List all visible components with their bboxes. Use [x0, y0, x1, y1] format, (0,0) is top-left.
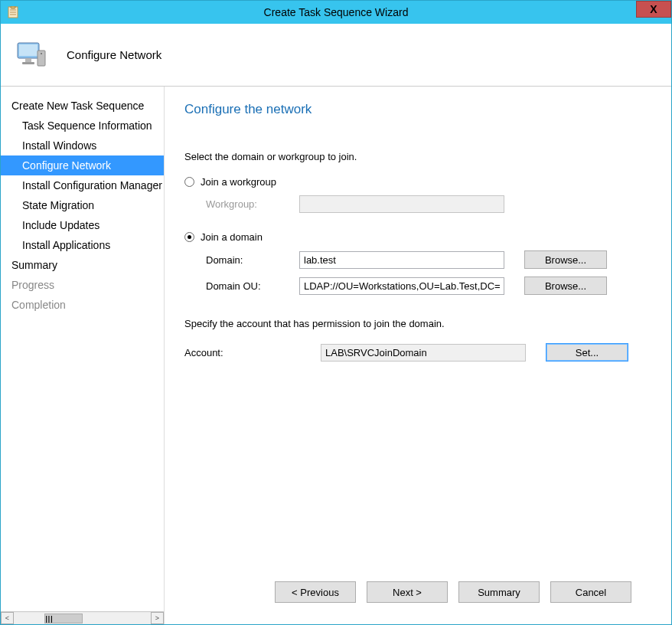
set-account-button[interactable]: Set... [546, 343, 628, 362]
close-button[interactable]: X [636, 1, 671, 18]
sidebar: Create New Task SequenceTask Sequence In… [1, 87, 165, 624]
sidebar-item-create-new-task-sequence[interactable]: Create New Task Sequence [1, 96, 164, 116]
domain-input[interactable] [299, 251, 504, 269]
browse-domain-button[interactable]: Browse... [524, 250, 607, 269]
clipboard-icon [7, 6, 19, 18]
workgroup-input [299, 195, 504, 213]
scroll-track[interactable]: III [14, 612, 151, 624]
sidebar-item-install-applications[interactable]: Install Applications [1, 235, 164, 255]
label-workgroup: Workgroup: [184, 198, 299, 210]
sidebar-item-install-windows[interactable]: Install Windows [1, 136, 164, 155]
monitor-icon [15, 37, 51, 74]
label-account: Account: [184, 347, 321, 358]
page-title: Configure Network [67, 48, 161, 61]
header-banner: Configure Network [1, 24, 671, 87]
sidebar-horizontal-scrollbar[interactable]: < III > [1, 611, 164, 624]
sidebar-item-configure-network[interactable]: Configure Network [1, 155, 164, 175]
svg-rect-1 [11, 6, 15, 8]
browse-ou-button[interactable]: Browse... [524, 277, 607, 295]
footer-buttons: < Previous Next > Summary Cancel [184, 571, 651, 617]
radio-icon [184, 177, 194, 187]
sidebar-item-install-configuration-manager[interactable]: Install Configuration Manager [1, 175, 164, 195]
cancel-button[interactable]: Cancel [550, 581, 631, 603]
scroll-right-arrow[interactable]: > [151, 612, 164, 624]
sidebar-item-include-updates[interactable]: Include Updates [1, 215, 164, 235]
sidebar-item-state-migration[interactable]: State Migration [1, 195, 164, 215]
sidebar-item-progress: Progress [1, 275, 164, 295]
radio-label: Join a domain [201, 231, 263, 243]
form-section: Select the domain or workgroup to join. … [184, 151, 651, 369]
wizard-window: Create Task Sequence Wizard X Configure … [0, 0, 672, 625]
content-panel: Configure the network Select the domain … [165, 87, 671, 624]
radio-icon [184, 232, 194, 242]
body-area: Create New Task SequenceTask Sequence In… [1, 87, 671, 624]
radio-join-workgroup[interactable]: Join a workgroup [184, 176, 651, 188]
summary-button[interactable]: Summary [458, 581, 540, 603]
svg-rect-6 [19, 44, 38, 56]
sidebar-item-summary[interactable]: Summary [1, 255, 164, 275]
titlebar[interactable]: Create Task Sequence Wizard X [1, 1, 671, 24]
close-icon: X [650, 3, 657, 15]
svg-rect-8 [22, 62, 34, 64]
radio-join-domain[interactable]: Join a domain [184, 231, 651, 243]
scroll-left-arrow[interactable]: < [1, 612, 14, 624]
instruction-account: Specify the account that has permission … [184, 318, 651, 329]
previous-button[interactable]: < Previous [275, 581, 356, 603]
instruction-join: Select the domain or workgroup to join. [184, 151, 651, 162]
window-title: Create Task Sequence Wizard [1, 6, 671, 18]
sidebar-item-completion: Completion [1, 295, 164, 315]
radio-label: Join a workgroup [201, 176, 276, 188]
sidebar-items: Create New Task SequenceTask Sequence In… [1, 87, 164, 611]
svg-point-10 [41, 53, 42, 54]
next-button[interactable]: Next > [367, 581, 448, 603]
account-input [321, 344, 526, 362]
label-domain: Domain: [184, 254, 299, 266]
label-domain-ou: Domain OU: [184, 280, 299, 292]
domain-ou-input[interactable] [299, 277, 504, 295]
scroll-thumb[interactable]: III [44, 614, 83, 623]
svg-rect-7 [25, 58, 31, 62]
content-heading: Configure the network [184, 102, 651, 117]
sidebar-item-task-sequence-information[interactable]: Task Sequence Information [1, 116, 164, 136]
